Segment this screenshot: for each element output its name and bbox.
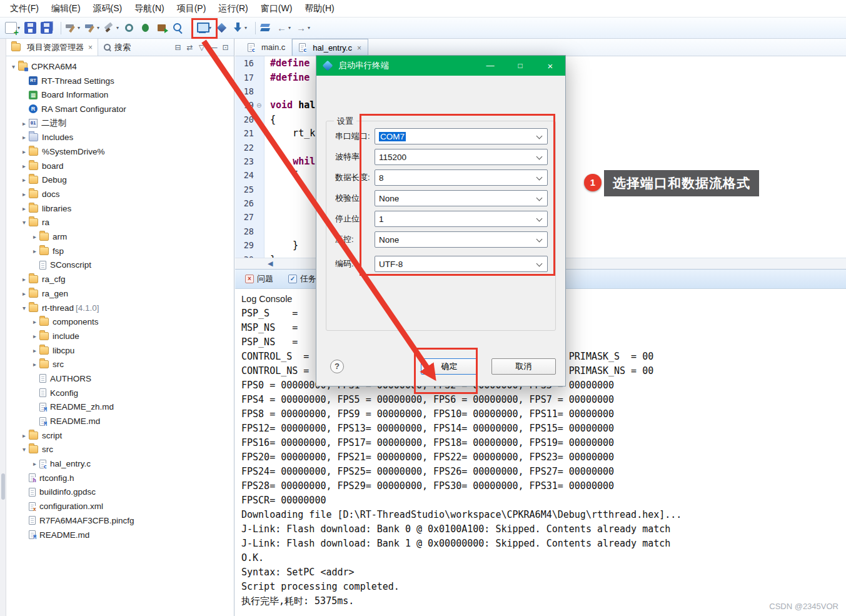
menu-help[interactable]: 帮助(H) <box>298 1 340 16</box>
tag-button[interactable] <box>216 22 228 34</box>
fold-icon[interactable]: ⊖ <box>256 98 264 112</box>
tree-chevron-icon[interactable]: ▸ <box>19 120 29 127</box>
console-tab-problems[interactable]: 问题 <box>239 271 279 287</box>
tree-chevron-icon[interactable]: ▸ <box>19 276 29 283</box>
new-wizard-button[interactable]: ▾ <box>5 22 20 34</box>
tree-item[interactable]: ▸arm <box>6 230 234 244</box>
tree-chevron-icon[interactable]: ▸ <box>19 432 29 439</box>
tree-chevron-icon[interactable]: ▾ <box>9 63 18 70</box>
tree-item[interactable]: ▸docs <box>6 187 234 201</box>
data-bits-select[interactable]: 8 <box>375 169 548 186</box>
collapse-all-icon[interactable]: ⊟ <box>172 43 184 52</box>
tree-item[interactable]: ▸src <box>6 357 234 371</box>
tree-item[interactable]: ▸Debug <box>6 173 234 188</box>
maximize-view-icon[interactable]: ⊡ <box>219 43 231 52</box>
dialog-titlebar[interactable]: 启动串行终端 <box>316 56 565 76</box>
flash-download-button[interactable]: ▾ <box>232 22 247 34</box>
minimize-view-icon[interactable]: — <box>208 43 219 52</box>
tree-item[interactable]: R7FA6M4AF3CFB.pincfg <box>6 513 234 528</box>
tree-item[interactable]: ▸board <box>6 159 234 173</box>
parity-select[interactable]: None <box>375 190 548 206</box>
serial-terminal-button[interactable]: ▾ <box>196 22 211 34</box>
tree-item[interactable]: ▸%SystemDrive% <box>6 144 234 159</box>
minimize-icon[interactable] <box>483 61 498 71</box>
build-project-button[interactable]: ▾ <box>84 22 99 34</box>
tree-item[interactable]: RA Smart Configurator <box>6 102 234 116</box>
flow-control-select[interactable]: None <box>375 231 548 248</box>
tree-item[interactable]: RT-Thread Settings <box>6 74 234 88</box>
back-dropdown-icon[interactable]: ▾ <box>288 25 291 31</box>
tree-chevron-icon[interactable]: ▸ <box>19 205 29 212</box>
tree-chevron-icon[interactable]: ▸ <box>19 191 29 198</box>
tree-chevron-icon[interactable]: ▸ <box>19 176 29 183</box>
run-package-button[interactable] <box>156 22 168 34</box>
forward-dropdown-icon[interactable]: ▾ <box>308 25 310 31</box>
tree-item[interactable]: ▸components <box>6 315 234 329</box>
tree-chevron-icon[interactable]: ▾ <box>19 219 29 226</box>
tree-chevron-icon[interactable]: ▸ <box>30 233 39 240</box>
editor-tab-hal_entry-c[interactable]: hal_entry.c <box>292 39 368 56</box>
ok-button[interactable]: 确定 <box>421 358 478 375</box>
tree-item[interactable]: ▾src <box>6 443 234 457</box>
tree-chevron-icon[interactable]: ▸ <box>30 460 39 467</box>
build-dropdown-icon[interactable]: ▾ <box>78 25 80 31</box>
save-all-button[interactable] <box>41 22 53 34</box>
close-icon[interactable] <box>87 43 93 52</box>
tree-item[interactable]: ▸ra_gen <box>6 286 234 301</box>
tree-item[interactable]: ▸libcpu <box>6 343 234 358</box>
tree-chevron-icon[interactable]: ▾ <box>19 446 29 453</box>
tree-chevron-icon[interactable]: ▸ <box>19 148 29 155</box>
tree-chevron-icon[interactable]: ▾ <box>19 305 29 311</box>
scroll-left-icon[interactable]: ◀ <box>235 260 273 268</box>
search-button[interactable] <box>172 22 184 34</box>
tree-item[interactable]: ▸fsp <box>6 244 234 258</box>
tree-item[interactable]: ▸hal_entry.c <box>6 457 234 471</box>
tree-chevron-icon[interactable]: ▸ <box>30 333 39 340</box>
tree-item[interactable]: AUTHORS <box>6 371 234 386</box>
layers-button[interactable] <box>259 22 271 34</box>
tree-chevron-icon[interactable]: ▸ <box>30 318 39 325</box>
tree-item[interactable]: SConscript <box>6 258 234 273</box>
baud-rate-select[interactable]: 115200 <box>375 149 548 165</box>
menu-navigate[interactable]: 导航(N) <box>128 1 170 16</box>
tab-project-explorer[interactable]: 项目资源管理器 <box>6 39 98 56</box>
tree-item[interactable]: buildinfo.gpdsc <box>6 485 234 500</box>
tree-item[interactable]: ▸include <box>6 329 234 343</box>
cancel-button[interactable]: 取消 <box>491 358 556 375</box>
encoding-select[interactable]: UTF-8 <box>375 256 548 272</box>
tree-item[interactable]: ▸二进制 <box>6 116 234 131</box>
tree-chevron-icon[interactable]: ▸ <box>19 134 29 141</box>
menu-file[interactable]: 文件(F) <box>4 1 45 16</box>
sash-handle[interactable] <box>1 473 5 500</box>
menu-project[interactable]: 项目(P) <box>171 1 213 16</box>
tree-chevron-icon[interactable]: ▸ <box>19 163 29 169</box>
close-icon[interactable] <box>356 43 361 53</box>
tree-chevron-icon[interactable]: ▸ <box>30 248 39 255</box>
menu-edit[interactable]: 编辑(E) <box>45 1 87 16</box>
flash-download-dropdown-icon[interactable]: ▾ <box>244 25 247 31</box>
build-button[interactable]: ▾ <box>65 22 80 34</box>
tree-item[interactable]: ▾CPKRA6M4 <box>6 59 234 74</box>
maximize-icon[interactable] <box>513 61 528 71</box>
tree-item[interactable]: README.md <box>6 528 234 542</box>
clean-dropdown-icon[interactable]: ▾ <box>116 25 119 31</box>
menu-source[interactable]: 源码(S) <box>87 1 129 16</box>
serial-port-select[interactable]: COM7 <box>375 128 548 144</box>
close-icon[interactable] <box>543 61 558 71</box>
tree-item[interactable]: ▾ra <box>6 216 234 230</box>
tree-item[interactable]: ▾rt-thread[4.1.0] <box>6 301 234 315</box>
tree-item[interactable]: README_zh.md <box>6 400 234 415</box>
menu-window[interactable]: 窗口(W) <box>254 1 299 16</box>
view-menu-icon[interactable]: ▽ <box>196 43 208 52</box>
editor-tab-main-c[interactable]: main.c <box>241 39 292 56</box>
clean-button[interactable]: ▾ <box>104 22 119 34</box>
save-button[interactable] <box>24 22 36 34</box>
tree-item[interactable]: ▸Includes <box>6 130 234 144</box>
link-with-editor-icon[interactable]: ⇄ <box>184 43 196 52</box>
tree-chevron-icon[interactable]: ▸ <box>30 347 39 354</box>
gear-button[interactable] <box>123 22 135 34</box>
tree-item[interactable]: rtconfig.h <box>6 471 234 485</box>
menu-run[interactable]: 运行(R) <box>212 1 254 16</box>
tree-chevron-icon[interactable]: ▸ <box>19 290 29 297</box>
tree-item[interactable]: README.md <box>6 414 234 428</box>
